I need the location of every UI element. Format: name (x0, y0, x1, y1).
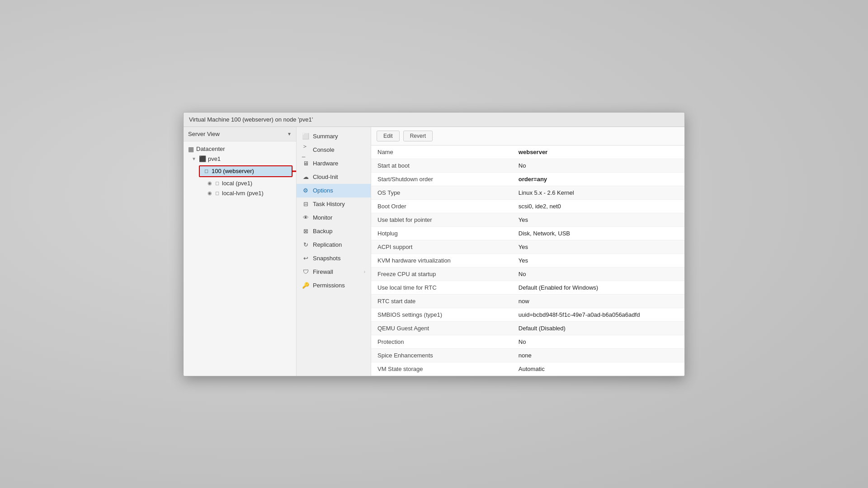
gear-icon: ⚙ (302, 187, 309, 194)
firewall-icon: 🛡 (302, 268, 309, 276)
table-row[interactable]: QEMU Guest AgentDefault (Disabled) (371, 321, 684, 335)
permissions-icon: 🔑 (302, 282, 309, 289)
nav-permissions-label: Permissions (313, 282, 345, 289)
option-value: uuid=bcbd948f-5f1c-49e7-a0ad-b6a056a6adf… (512, 308, 684, 321)
nav-firewall-label: Firewall (313, 268, 333, 275)
table-row[interactable]: Boot Orderscsi0, ide2, net0 (371, 199, 684, 213)
content-area: Edit Revert NamewebserverStart at bootNo… (371, 127, 684, 376)
table-row[interactable]: Start/Shutdown orderorder=any (371, 172, 684, 186)
vm-100-wrapper: ◻ 100 (webserver) (184, 164, 296, 178)
option-key: RTC start date (371, 294, 512, 308)
datacenter-icon: ▦ (187, 145, 194, 153)
option-key: Boot Order (371, 199, 512, 213)
backup-icon: ⊠ (302, 228, 309, 235)
sidebar-header[interactable]: Server View ▼ (184, 127, 296, 141)
option-value: Yes (512, 253, 684, 267)
cloud-icon: ☁ (302, 174, 309, 181)
monitor-icon: ⬜ (302, 133, 309, 140)
sidebar-item-local-lvm-pve1[interactable]: ◉ ◻ local-lvm (pve1) (184, 188, 296, 198)
option-key: Use local time for RTC (371, 281, 512, 294)
option-value: Default (Enabled for Windows) (512, 281, 684, 294)
table-row[interactable]: Namewebserver (371, 145, 684, 159)
option-value: No (512, 335, 684, 348)
option-value: Automatic (512, 362, 684, 375)
option-value: webserver (512, 145, 684, 159)
table-row[interactable]: Use local time for RTCDefault (Enabled f… (371, 281, 684, 294)
table-row[interactable]: Spice Enhancementsnone (371, 348, 684, 362)
nav-item-console[interactable]: ＞_ Console (297, 143, 371, 157)
sidebar-item-pve1[interactable]: ▼ ⬛ pve1 (184, 154, 296, 164)
nav-task-history-label: Task History (313, 201, 345, 207)
option-key: QEMU Guest Agent (371, 321, 512, 335)
snapshot-icon: ↩ (302, 255, 309, 262)
option-value: order=any (512, 172, 684, 186)
revert-button[interactable]: Revert (403, 131, 433, 141)
expand-icon: ▼ (192, 156, 196, 161)
option-value: Yes (512, 240, 684, 253)
chevron-down-icon: ▼ (287, 131, 292, 136)
nav-item-options[interactable]: ⚙ Options (297, 184, 371, 197)
table-row[interactable]: ACPI supportYes (371, 240, 684, 253)
nav-item-cloud-init[interactable]: ☁ Cloud-Init (297, 170, 371, 184)
nav-item-replication[interactable]: ↻ Replication (297, 238, 371, 252)
option-key: KVM hardware virtualization (371, 253, 512, 267)
table-row[interactable]: RTC start datenow (371, 294, 684, 308)
storage-icon-lvm: ◉ (206, 190, 213, 197)
option-key: Start/Shutdown order (371, 172, 512, 186)
option-value: No (512, 267, 684, 281)
option-key: Freeze CPU at startup (371, 267, 512, 281)
replication-icon: ↻ (302, 241, 309, 249)
nav-cloud-init-label: Cloud-Init (313, 174, 338, 180)
table-row[interactable]: OS TypeLinux 5.x - 2.6 Kernel (371, 186, 684, 199)
table-row[interactable]: ProtectionNo (371, 335, 684, 348)
option-value: Linux 5.x - 2.6 Kernel (512, 186, 684, 199)
nav-item-monitor[interactable]: 👁 Monitor (297, 211, 371, 225)
nav-hardware-label: Hardware (313, 160, 338, 167)
table-row[interactable]: KVM hardware virtualizationYes (371, 253, 684, 267)
content-header: Edit Revert (371, 127, 684, 145)
table-row[interactable]: Start at bootNo (371, 159, 684, 172)
eye-icon: 👁 (302, 214, 309, 221)
option-key: Protection (371, 335, 512, 348)
option-key: Name (371, 145, 512, 159)
option-value: Disk, Network, USB (512, 226, 684, 240)
chevron-right-icon: › (364, 269, 365, 274)
red-arrow-indicator (292, 170, 297, 172)
nav-item-task-history[interactable]: ⊟ Task History (297, 197, 371, 211)
option-key: Hotplug (371, 226, 512, 240)
sidebar-item-datacenter[interactable]: ▦ Datacenter (184, 144, 296, 154)
app-window: Virtual Machine 100 (webserver) on node … (183, 112, 685, 376)
nav-summary-label: Summary (313, 133, 338, 140)
nav-item-firewall[interactable]: 🛡 Firewall › (297, 265, 371, 279)
nav-item-permissions[interactable]: 🔑 Permissions (297, 279, 371, 292)
options-table: NamewebserverStart at bootNoStart/Shutdo… (371, 145, 684, 376)
sidebar-header-label: Server View (188, 131, 220, 137)
task-history-icon: ⊟ (302, 201, 309, 208)
nav-item-backup[interactable]: ⊠ Backup (297, 225, 371, 238)
pve1-label: pve1 (208, 155, 221, 162)
sidebar-item-vm100[interactable]: ◻ 100 (webserver) (199, 165, 292, 177)
storage-lvm-icon: ◻ (215, 190, 219, 196)
option-key: VM State storage (371, 362, 512, 375)
nav-monitor-label: Monitor (313, 214, 332, 221)
nav-item-summary[interactable]: ⬜ Summary (297, 130, 371, 143)
local-lvm-pve1-label: local-lvm (pve1) (222, 190, 264, 197)
tree-container: ▦ Datacenter ▼ ⬛ pve1 ◻ 100 (webserver) (184, 141, 296, 376)
nav-item-hardware[interactable]: 🖥 Hardware (297, 157, 371, 170)
options-data-table: NamewebserverStart at bootNoStart/Shutdo… (371, 145, 684, 376)
table-row[interactable]: SMBIOS settings (type1)uuid=bcbd948f-5f1… (371, 308, 684, 321)
table-row[interactable]: Freeze CPU at startupNo (371, 267, 684, 281)
vm100-label: 100 (webserver) (212, 168, 254, 174)
edit-button[interactable]: Edit (377, 131, 400, 141)
table-row[interactable]: HotplugDisk, Network, USB (371, 226, 684, 240)
nav-console-label: Console (313, 146, 335, 153)
datacenter-label: Datacenter (196, 145, 225, 152)
table-row[interactable]: Use tablet for pointerYes (371, 213, 684, 226)
nav-item-snapshots[interactable]: ↩ Snapshots (297, 252, 371, 265)
option-key: SMBIOS settings (type1) (371, 308, 512, 321)
window-title: Virtual Machine 100 (webserver) on node … (189, 116, 313, 123)
sidebar-item-local-pve1[interactable]: ◉ ◻ local (pve1) (184, 178, 296, 188)
vm-icon: ◻ (203, 168, 210, 175)
table-row[interactable]: VM State storageAutomatic (371, 362, 684, 375)
storage-icon: ◉ (206, 180, 213, 187)
